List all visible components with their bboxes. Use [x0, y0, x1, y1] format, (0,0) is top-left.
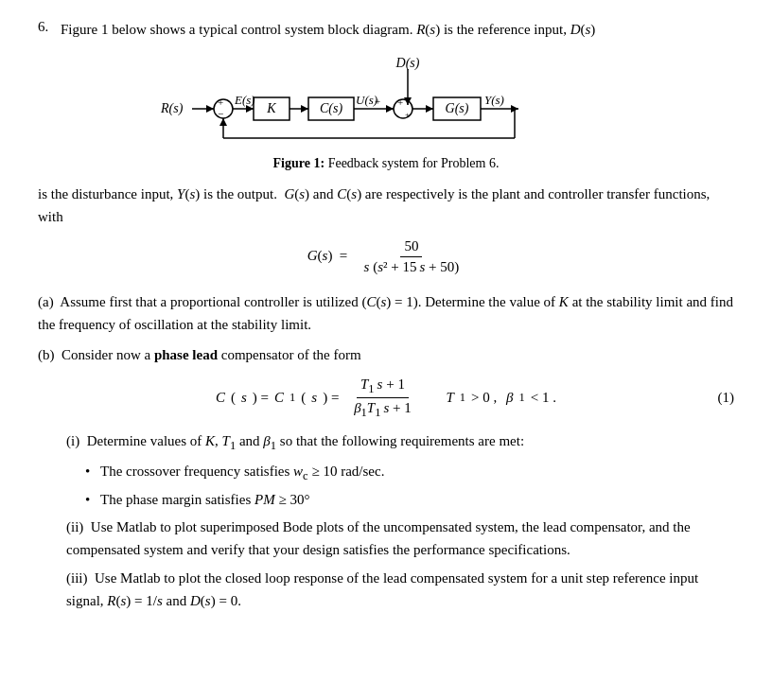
continuation-text: is the disturbance input, Y(s) is the ou… — [38, 183, 734, 228]
svg-marker-5 — [206, 105, 214, 113]
subpart-iii-label: (iii) — [66, 570, 91, 586]
subpart-i: (i) Determine values of K, T1 and β1 so … — [66, 429, 734, 455]
bullet-dot-1: • — [85, 461, 95, 485]
part-b: (b) Consider now a phase lead compensato… — [38, 343, 734, 366]
figure-container: D(s) R(s) + − E(s) K — [38, 58, 734, 171]
subpart-ii: (ii) Use Matlab to plot superimposed Bod… — [66, 516, 734, 561]
part-b-text: Consider now a phase lead compensator of… — [61, 347, 361, 362]
part-a-text: Assume first that a proportional control… — [38, 294, 733, 332]
part-a: (a) Assume first that a proportional con… — [38, 290, 734, 336]
svg-text:D(s): D(s) — [395, 58, 420, 71]
question-intro: 6. Figure 1 below shows a typical contro… — [38, 19, 734, 41]
svg-text:C(s): C(s) — [320, 101, 342, 116]
gs-formula: G(s) = 50 s (s² + 15 s + 50) — [307, 237, 465, 277]
svg-marker-26 — [426, 105, 433, 113]
svg-text:Y(s): Y(s) — [484, 93, 504, 107]
svg-text:−: − — [218, 108, 223, 119]
figure-caption-text: Feedback system for Problem 6. — [325, 156, 499, 170]
cs-numerator: T1 s + 1 — [357, 376, 409, 398]
eq-content: C(s) = C1(s) = T1 s + 1 β1T1 s + 1 T1 > … — [216, 376, 556, 421]
subpart-iii-text: Use Matlab to plot the closed loop respo… — [66, 570, 698, 608]
svg-text:E(s): E(s) — [234, 93, 255, 107]
bullet-1-text: The crossover frequency satisfies wc ≥ 1… — [100, 461, 384, 485]
svg-text:+: + — [397, 96, 403, 108]
bullet-item-2: • The phase margin satisfies PM ≥ 30° — [85, 489, 734, 511]
subpart-i-text: Determine values of K, T1 and β1 so that… — [87, 433, 524, 448]
svg-marker-35 — [219, 118, 227, 126]
figure-caption: Figure 1: Feedback system for Problem 6. — [273, 156, 500, 171]
gs-formula-block: G(s) = 50 s (s² + 15 s + 50) — [38, 237, 734, 277]
cs-denominator: β1T1 s + 1 — [350, 398, 415, 420]
figure-caption-bold: Figure 1: — [273, 156, 325, 170]
gs-numerator: 50 — [400, 237, 422, 258]
gs-denominator: s (s² + 15 s + 50) — [360, 257, 464, 277]
svg-text:+: + — [405, 110, 410, 119]
equation-row: C(s) = C1(s) = T1 s + 1 β1T1 s + 1 T1 > … — [38, 376, 734, 421]
part-a-label: (a) — [38, 294, 57, 309]
subpart-iii: (iii) Use Matlab to plot the closed loop… — [66, 567, 734, 612]
question-number: 6. — [38, 19, 55, 35]
svg-text:R(s): R(s) — [160, 101, 184, 116]
block-diagram: D(s) R(s) + − E(s) K — [159, 58, 613, 152]
part-b-label: (b) — [38, 347, 58, 362]
svg-text:K: K — [266, 101, 276, 115]
svg-text:G(s): G(s) — [446, 101, 469, 116]
question-container: 6. Figure 1 below shows a typical contro… — [38, 19, 734, 612]
svg-text:+: + — [375, 96, 380, 107]
subpart-ii-label: (ii) — [66, 519, 87, 534]
cs-fraction: T1 s + 1 β1T1 s + 1 — [350, 376, 415, 421]
svg-marker-15 — [301, 105, 308, 113]
subpart-i-label: (i) — [66, 433, 83, 448]
question-intro-text: Figure 1 below shows a typical control s… — [61, 19, 734, 41]
gs-fraction: 50 s (s² + 15 s + 50) — [360, 237, 464, 277]
bullet-dot-2: • — [85, 489, 95, 511]
bullet-item-1: • The crossover frequency satisfies wc ≥… — [85, 461, 734, 485]
equation-number: (1) — [718, 390, 735, 406]
subpart-ii-text: Use Matlab to plot superimposed Bode plo… — [66, 519, 691, 557]
svg-text:+: + — [218, 96, 223, 108]
bullet-2-text: The phase margin satisfies PM ≥ 30° — [100, 489, 309, 511]
svg-marker-20 — [386, 105, 394, 113]
